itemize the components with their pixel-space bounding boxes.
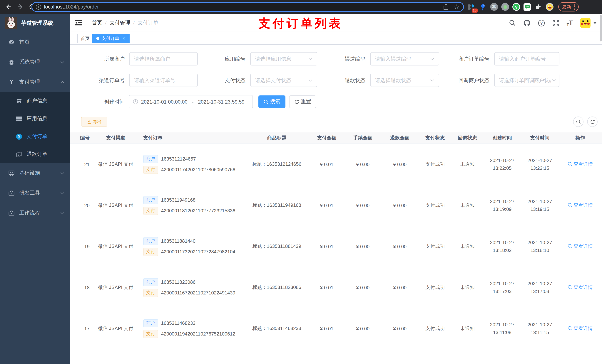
channel-order-no-input[interactable] <box>129 74 198 87</box>
merchant-order-no: 1635312124657 <box>161 156 196 162</box>
y-logo-extension-icon[interactable]: y <box>512 3 520 11</box>
chevron-down-icon <box>60 172 64 174</box>
monitor-chart-icon <box>8 170 15 176</box>
sidebar-item-infrastructure[interactable]: 基础设施 <box>0 163 70 183</box>
cell-fee: ¥ 0.00 <box>344 203 381 208</box>
app-logo-row[interactable]: 芋道管理系统 <box>0 14 70 32</box>
pay-order-no: 4200001181202110277723215336 <box>161 208 235 213</box>
pay-status-select[interactable] <box>250 74 317 87</box>
pay-order-no: 4200001167202110271022491439 <box>161 290 235 296</box>
merchant-select[interactable] <box>129 52 198 65</box>
chevron-down-icon <box>60 212 64 214</box>
tab-home[interactable]: 首页 <box>77 34 93 43</box>
column-header-action: 操作 <box>558 135 602 141</box>
table-row: 21 微信 JSAPI 支付 商户 1635312124657 支付 42000… <box>70 144 602 185</box>
font-size-icon[interactable]: TT <box>567 19 573 27</box>
user-menu[interactable] <box>580 18 597 28</box>
date-end[interactable]: 2021-10-31 23:59:59 <box>198 99 245 104</box>
app-select[interactable] <box>250 52 317 65</box>
page-title: 支付订单列表 <box>258 16 343 30</box>
channel-code-select[interactable] <box>370 52 439 65</box>
browser-extensions: 10 ⌘ y 更新 <box>467 0 579 14</box>
emoji-extension-icon[interactable] <box>546 3 553 11</box>
view-detail-link[interactable]: 查看详情 <box>568 325 593 332</box>
view-detail-link[interactable]: 查看详情 <box>568 284 593 291</box>
sidebar-item-devtools[interactable]: 研发工具 <box>0 183 70 203</box>
sidebar-item-label: 商户信息 <box>27 98 47 104</box>
reset-button[interactable]: 重置 <box>289 95 316 108</box>
sidebar-item-workflow[interactable]: 工作流程 <box>0 203 70 223</box>
help-question-icon[interactable]: ? <box>538 20 545 26</box>
close-tab-icon[interactable]: ✕ <box>122 36 126 41</box>
sidebar-item-pay-order[interactable]: ¥ 支付订单 <box>0 128 70 145</box>
bookmark-star-icon[interactable]: ☆ <box>454 4 460 10</box>
sidebar-collapse-icon[interactable] <box>75 19 82 26</box>
chevron-down-icon <box>430 79 434 82</box>
refresh-table-button[interactable] <box>587 116 598 127</box>
puzzle-extensions-icon[interactable] <box>534 3 542 11</box>
sidebar-item-merchant-info[interactable]: 商户信息 <box>0 92 70 110</box>
merchant-tag: 商户 <box>143 155 158 163</box>
cell-pay-time: 2021-10-27 13:22:15 <box>521 156 558 172</box>
export-button[interactable]: 导出 <box>81 117 107 126</box>
sidebar-item-payment[interactable]: ¥ 支付管理 <box>0 72 70 92</box>
cell-pay-order: 商户 1635312124657 支付 42000011742021102780… <box>139 152 244 176</box>
browser-update-menu-button[interactable]: 更新 <box>558 2 579 11</box>
merchant-order-no: 1635311823086 <box>161 279 195 285</box>
cell-pay-order: 商户 1635311881440 支付 42000011732021102728… <box>139 234 244 258</box>
date-separator: - <box>192 99 194 104</box>
view-detail-link[interactable]: 查看详情 <box>568 161 593 167</box>
sidebar-item-app-info[interactable]: 应用信息 <box>0 110 70 128</box>
cell-id: 19 <box>70 244 93 249</box>
filter-label-refund-status: 退款状态 <box>311 74 366 87</box>
forward-icon[interactable] <box>16 3 24 10</box>
create-time-range-picker[interactable]: 2021-10-01 00:00:00 - 2021-10-31 23:59:5… <box>129 95 253 108</box>
view-detail-link[interactable]: 查看详情 <box>568 202 593 209</box>
sidebar-item-label: 应用信息 <box>27 115 47 122</box>
sidebar-item-label: 支付订单 <box>27 133 47 140</box>
column-header-id: 编号 <box>70 135 93 141</box>
cell-refund: ¥ 0.00 <box>381 326 418 331</box>
sidebar-item-refund-order[interactable]: 退款订单 <box>0 145 70 163</box>
merchant-order-no-input[interactable] <box>494 52 559 65</box>
share-icon[interactable] <box>443 4 449 10</box>
back-icon[interactable] <box>4 3 12 10</box>
cell-channel: 微信 JSAPI 支付 <box>93 202 139 209</box>
merchant-order-no: 1635311468233 <box>161 320 195 326</box>
dot-extension-icon[interactable] <box>501 3 509 11</box>
search-button[interactable]: 搜索 <box>258 95 285 108</box>
url-text[interactable]: localhost:1024/pay/order <box>44 4 99 10</box>
breadcrumb-pay-manage[interactable]: 支付管理 <box>110 20 130 26</box>
date-start[interactable]: 2021-10-01 00:00:00 <box>141 99 188 104</box>
sidebar-item-system[interactable]: 系统管理 <box>0 52 70 72</box>
command-extension-icon[interactable]: ⌘ <box>490 3 498 11</box>
breadcrumb-home[interactable]: 首页 <box>92 20 102 26</box>
sidebar-item-label: 退款订单 <box>27 151 47 157</box>
kite-extension-icon[interactable] <box>479 3 487 11</box>
chat-extension-icon[interactable] <box>524 3 531 10</box>
storefront-icon <box>16 98 22 104</box>
github-icon[interactable] <box>523 19 530 27</box>
document-copy-icon <box>16 151 22 157</box>
page-scrollbar[interactable] <box>600 15 602 42</box>
site-info-icon[interactable]: i <box>36 4 41 10</box>
address-bar[interactable]: i localhost:1024/pay/order ☆ <box>32 2 464 12</box>
sidebar-item-home[interactable]: 首页 <box>0 32 70 52</box>
view-detail-link[interactable]: 查看详情 <box>568 243 593 250</box>
refund-status-select[interactable] <box>370 74 439 87</box>
caret-down-icon <box>593 22 597 24</box>
sidebar-item-label: 支付管理 <box>19 79 40 85</box>
callback-status-select[interactable] <box>494 74 559 87</box>
toggle-search-button[interactable] <box>573 116 583 127</box>
column-header-create-time: 创建时间 <box>483 135 521 141</box>
header-search-icon[interactable] <box>509 20 516 26</box>
cell-notify-status: 未通知 <box>452 243 483 250</box>
tab-pay-order[interactable]: 支付订单 ✕ <box>92 34 129 43</box>
tampermonkey-extension-icon[interactable]: 10 <box>467 3 475 11</box>
fullscreen-icon[interactable] <box>552 20 559 26</box>
cell-refund: ¥ 0.00 <box>381 244 418 249</box>
cell-id: 17 <box>70 326 93 331</box>
table-row: 20 微信 JSAPI 支付 商户 1635311949168 支付 42000… <box>70 185 602 226</box>
cell-pay-time: 2021-10-27 13:18:10 <box>521 239 558 254</box>
chevron-down-icon <box>552 79 556 82</box>
